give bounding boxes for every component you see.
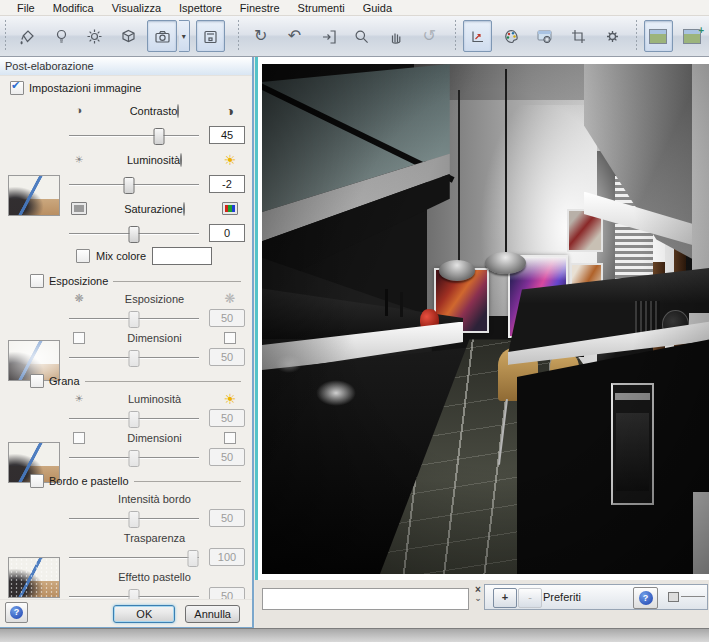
menu-guida[interactable]: Guida bbox=[354, 1, 401, 15]
exposure-amount-label: Esposizione bbox=[125, 293, 184, 305]
transparency-slider bbox=[67, 549, 201, 566]
add-view-icon[interactable]: + bbox=[677, 20, 707, 52]
grain-size-small-icon bbox=[73, 432, 85, 444]
menu-modifica[interactable]: Modifica bbox=[44, 1, 103, 15]
mix-color-swatch[interactable] bbox=[152, 247, 212, 265]
section-border-pastel: Bordo e pastello Intensità bordo 50 bbox=[0, 474, 252, 599]
menu-strumenti[interactable]: Strumenti bbox=[289, 1, 354, 15]
close-list-button[interactable]: × bbox=[472, 585, 484, 603]
grain-checkbox[interactable] bbox=[30, 374, 44, 388]
saturation-rgb-icon[interactable] bbox=[222, 202, 238, 215]
menu-visualizza[interactable]: Visualizza bbox=[103, 1, 170, 15]
remove-favorite-button[interactable]: - bbox=[518, 588, 542, 608]
grain-brightness-label: Luminosità bbox=[128, 393, 181, 405]
palette-icon[interactable] bbox=[496, 20, 526, 52]
grain-brightness-value: 50 bbox=[209, 409, 245, 427]
exposure-slider bbox=[67, 310, 201, 327]
paint-bucket-icon[interactable] bbox=[13, 20, 43, 52]
border-intensity-label: Intensità bordo bbox=[118, 493, 191, 505]
cancel-button[interactable]: Annulla bbox=[185, 605, 240, 623]
grain-brightness-slider bbox=[67, 410, 201, 427]
postprocess-panel-icon[interactable] bbox=[196, 20, 226, 52]
toolbar-separator-3 bbox=[635, 20, 638, 52]
saturation-slider-thumb[interactable] bbox=[129, 226, 140, 243]
ok-button[interactable]: OK bbox=[113, 605, 175, 623]
menu-ispettore[interactable]: Ispettore bbox=[170, 1, 231, 15]
brightness-value[interactable]: -2 bbox=[209, 175, 245, 193]
panel-title: Post-elaborazione bbox=[0, 57, 252, 76]
zoom-widget[interactable] bbox=[668, 591, 706, 603]
pan-hand-icon[interactable] bbox=[381, 20, 411, 52]
exposure-slider-thumb bbox=[129, 311, 140, 328]
favorites-help-button[interactable]: ? bbox=[633, 587, 658, 609]
panel-help-button[interactable]: ? bbox=[5, 602, 28, 623]
camera-dropdown-icon[interactable]: ▾ bbox=[179, 20, 190, 52]
sun-icon[interactable] bbox=[80, 20, 110, 52]
zoom-tool-icon[interactable] bbox=[347, 20, 377, 52]
orbit-icon[interactable]: ↻ bbox=[246, 20, 276, 52]
brightness-slider-thumb[interactable] bbox=[123, 177, 134, 194]
image-settings-label: Impostazioni immagine bbox=[29, 82, 142, 94]
walkthrough-icon[interactable] bbox=[313, 20, 343, 52]
crop-icon[interactable] bbox=[564, 20, 594, 52]
brightness-high-icon[interactable] bbox=[224, 153, 237, 167]
contrast-high-icon[interactable] bbox=[226, 104, 234, 118]
exposure-size-large-icon bbox=[224, 332, 236, 344]
image-settings-checkbox[interactable] bbox=[10, 81, 24, 95]
mix-color-label: Mix colore bbox=[96, 250, 146, 262]
add-favorite-button[interactable]: + bbox=[493, 588, 517, 608]
object-cube-icon[interactable] bbox=[114, 20, 144, 52]
contrast-slider-thumb[interactable] bbox=[154, 128, 165, 145]
pastel-effect-slider bbox=[67, 588, 201, 600]
grain-brightness-low-icon bbox=[75, 393, 84, 404]
saturation-value[interactable]: 0 bbox=[209, 224, 245, 242]
mix-color-checkbox[interactable] bbox=[76, 249, 90, 263]
snapshot-icon[interactable] bbox=[530, 20, 560, 52]
panel-body: Impostazioni immagine Contrasto 45 bbox=[0, 75, 252, 599]
contrast-label: Contrasto bbox=[130, 105, 178, 117]
grain-brightness-control: Luminosità 50 bbox=[64, 390, 245, 429]
preview-window-icon[interactable] bbox=[644, 20, 674, 52]
exposure-high-icon bbox=[225, 292, 236, 305]
border-pastel-divider bbox=[134, 481, 242, 482]
favorites-list-field[interactable] bbox=[262, 588, 469, 610]
grain-brightness-slider-thumb bbox=[129, 411, 140, 428]
exposure-amount-control: Esposizione 50 bbox=[64, 290, 245, 329]
window-bottom-edge bbox=[0, 628, 709, 642]
saturation-label: Saturazione bbox=[124, 203, 183, 215]
menu-file[interactable]: File bbox=[8, 1, 44, 15]
zoom-thumb-icon[interactable] bbox=[668, 592, 679, 602]
border-intensity-control: Intensità bordo 50 bbox=[64, 490, 245, 529]
transparency-control: Trasparenza 100 bbox=[64, 529, 245, 568]
undo-icon[interactable]: ↶ bbox=[280, 20, 310, 52]
grain-size-label: Dimensioni bbox=[127, 432, 181, 444]
grain-brightness-high-icon bbox=[224, 392, 237, 406]
exposure-size-value: 50 bbox=[209, 348, 245, 366]
exposure-size-control: Dimensioni 50 bbox=[64, 329, 245, 368]
bottom-bar: × + - Preferiti ? bbox=[255, 580, 709, 628]
exposure-checkbox[interactable] bbox=[30, 274, 44, 288]
toolbar-separator-1 bbox=[237, 20, 240, 52]
contrast-low-icon[interactable] bbox=[76, 105, 83, 116]
zoom-slider-track[interactable] bbox=[681, 596, 705, 597]
contrast-value[interactable]: 45 bbox=[209, 126, 245, 144]
grain-size-slider-thumb bbox=[129, 450, 140, 467]
section-grain: Grana Luminosità 50 bbox=[0, 374, 252, 468]
render-view-icon[interactable] bbox=[463, 20, 493, 52]
menu-finestre[interactable]: Finestre bbox=[231, 1, 289, 15]
brightness-slider[interactable] bbox=[67, 176, 201, 193]
contrast-slider[interactable] bbox=[67, 127, 201, 144]
brightness-low-icon[interactable] bbox=[75, 154, 84, 165]
border-pastel-checkbox[interactable] bbox=[30, 474, 44, 488]
render-image[interactable] bbox=[262, 64, 709, 574]
light-bulb-icon[interactable] bbox=[46, 20, 76, 52]
pastel-effect-slider-thumb bbox=[129, 589, 140, 600]
saturation-slider[interactable] bbox=[67, 225, 201, 242]
settings-gear-icon[interactable] bbox=[597, 20, 627, 52]
application-window: File Modifica Visualizza Ispettore Fines… bbox=[0, 0, 709, 642]
saturation-mono-icon[interactable] bbox=[71, 202, 87, 215]
grain-size-control: Dimensioni 50 bbox=[64, 429, 245, 468]
camera-icon[interactable] bbox=[147, 20, 177, 52]
grain-divider bbox=[85, 381, 241, 382]
contrast-control: Contrasto 45 bbox=[64, 97, 245, 146]
